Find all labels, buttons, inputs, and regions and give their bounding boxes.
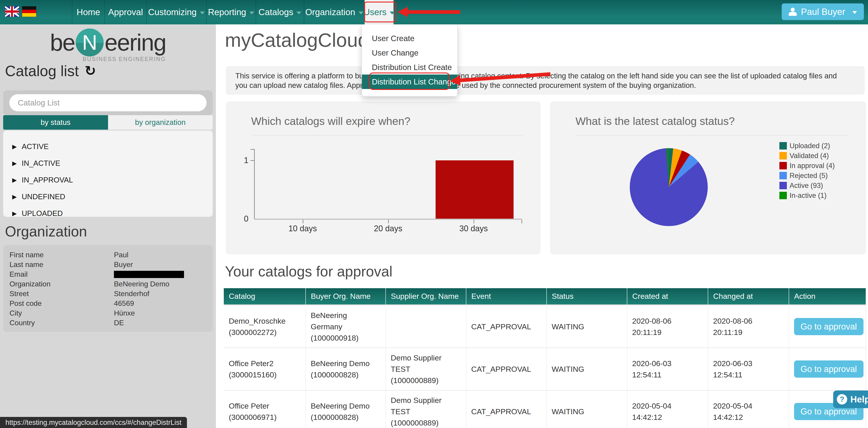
german-flag-icon[interactable] (22, 6, 36, 17)
pie-legend: Uploaded (2) Validated (4) In approval (… (779, 142, 835, 202)
cell-status: WAITING (547, 305, 627, 348)
chevron-down-icon (249, 11, 254, 14)
cell-supplier-org: Demo Supplier TEST(1000000889) (385, 348, 466, 390)
divider (576, 135, 848, 135)
col-header-created-at: Created at (627, 288, 708, 305)
nav-item-catalogs[interactable]: Catalogs (256, 0, 304, 24)
x-tick-label-20-days: 20 days (363, 224, 413, 233)
triangle-right-icon: ▶ (12, 160, 17, 166)
triangle-right-icon: ▶ (12, 210, 17, 217)
nav-item-customizing[interactable]: Customizing (146, 0, 206, 24)
cell-status: WAITING (547, 390, 627, 428)
x-axis-tick (473, 220, 474, 223)
legend-swatch-uploaded (779, 142, 787, 150)
y-tick-label-0: 0 (237, 214, 248, 224)
organization-details-panel: First namePaul Last nameBuyer Email Orga… (3, 245, 213, 332)
status-list-panel: ▶ACTIVE ▶IN_ACTIVE ▶IN_APPROVAL ▶UNDEFIN… (3, 131, 213, 217)
arrow-head-icon (397, 7, 408, 17)
y-axis (254, 149, 255, 219)
menu-item-user-change[interactable]: User Change (362, 45, 457, 60)
legend-swatch-rejected (779, 172, 787, 179)
status-chart-panel: What is the latest catalog status? Uploa… (550, 102, 866, 254)
cell-created-at: 2020-06-03 12:54:11 (627, 348, 708, 390)
cell-supplier-org (385, 305, 466, 348)
user-menu-button[interactable]: Paul Buyer (782, 3, 864, 20)
status-pie-chart (630, 148, 708, 226)
go-to-approval-button[interactable]: Go to approval (794, 318, 864, 335)
sidebar: be N eering BUSINESS ENGINEERING Catalog… (0, 24, 216, 428)
legend-item-in-active: In-active (1) (779, 192, 835, 199)
uk-flag-icon[interactable] (5, 6, 19, 17)
org-field-post-code: Post code46569 (3, 299, 213, 308)
annotation-arrow-users (397, 7, 461, 17)
y-axis-tick (250, 149, 254, 150)
help-button[interactable]: ? Help (833, 391, 868, 408)
nav-menu: Home Approval Customizing Reporting Cata… (72, 0, 394, 24)
legend-swatch-in-approval (779, 162, 787, 169)
cell-catalog: Demo_Kroschke(3000002272) (224, 305, 306, 348)
x-tick-label-10-days: 10 days (278, 224, 328, 233)
legend-swatch-validated (779, 152, 787, 160)
y-axis-tick (250, 160, 254, 161)
cell-changed-at: 2020-05-04 14:42:12 (708, 390, 789, 428)
organization-section-title: Organization (5, 223, 87, 240)
legend-item-active: Active (93) (779, 182, 835, 189)
approvals-section-title: Your catalogs for approval (225, 263, 393, 280)
logo-text-start: be (50, 29, 75, 56)
legend-item-validated: Validated (4) (779, 152, 835, 160)
legend-swatch-in-active (779, 192, 787, 199)
status-item-active[interactable]: ▶ACTIVE (3, 138, 213, 155)
nav-item-approval[interactable]: Approval (104, 0, 146, 24)
person-icon (789, 8, 797, 16)
catalog-search-input[interactable] (9, 94, 207, 111)
cell-buyer-org: BeNeering Demo(1000000828) (306, 390, 385, 428)
tab-by-status[interactable]: by status (3, 115, 108, 130)
legend-item-uploaded: Uploaded (2) (779, 142, 835, 150)
status-item-undefined[interactable]: ▶UNDEFINED (3, 188, 213, 205)
cell-supplier-org: Demo Supplier TEST(1000000889) (385, 390, 466, 428)
status-item-in-active[interactable]: ▶IN_ACTIVE (3, 155, 213, 172)
x-axis-tick (522, 220, 522, 223)
x-tick-label-30-days: 30 days (449, 224, 498, 233)
org-field-country: CountryDE (3, 318, 213, 328)
legend-item-rejected: Rejected (5) (779, 172, 835, 179)
status-item-uploaded[interactable]: ▶UPLOADED (3, 205, 213, 222)
annotation-box-distribution-list-change (369, 72, 450, 90)
col-header-event: Event (466, 288, 547, 305)
arrow-shaft (407, 10, 460, 14)
nav-item-organization[interactable]: Organization (304, 0, 364, 24)
status-item-in-approval[interactable]: ▶IN_APPROVAL (3, 172, 213, 188)
cell-created-at: 2020-05-04 14:42:12 (627, 390, 708, 428)
expiry-bar-30-days (436, 160, 514, 219)
approvals-table: Catalog Buyer Org. Name Supplier Org. Na… (224, 288, 866, 428)
cell-created-at: 2020-08-06 20:11:19 (627, 305, 708, 348)
tab-by-organization[interactable]: by organization (108, 115, 213, 130)
nav-item-reporting[interactable]: Reporting (206, 0, 256, 24)
table-header-row: Catalog Buyer Org. Name Supplier Org. Na… (224, 288, 866, 305)
catalog-search-panel (3, 90, 213, 115)
divider (251, 135, 523, 135)
org-field-last-name: Last nameBuyer (3, 260, 213, 269)
logo-tagline: BUSINESS ENGINEERING (83, 56, 166, 62)
menu-item-user-create[interactable]: User Create (362, 31, 457, 45)
cell-event: CAT_APPROVAL (466, 390, 547, 428)
catalog-list-title: Catalog list ↻ (5, 62, 96, 79)
language-flags (5, 6, 36, 17)
cell-buyer-org: BeNeering Germany(1000000918) (306, 305, 385, 348)
logo-n-icon: N (76, 29, 104, 57)
question-mark-icon: ? (837, 394, 847, 404)
expiry-chart-panel: Which catalogs will expire when? 1 0 10 … (226, 102, 540, 254)
col-header-catalog: Catalog (224, 288, 306, 305)
triangle-right-icon: ▶ (12, 144, 17, 150)
table-row: Office Peter(3000006971) BeNeering Demo(… (224, 390, 866, 428)
refresh-icon[interactable]: ↻ (85, 64, 96, 78)
user-name: Paul Buyer (801, 7, 845, 17)
cell-changed-at: 2020-06-03 12:54:11 (708, 348, 789, 390)
org-field-organization: OrganizationBeNeering Demo (3, 279, 213, 289)
redacted-email-bar (114, 271, 184, 278)
go-to-approval-button[interactable]: Go to approval (794, 360, 864, 377)
nav-item-home[interactable]: Home (72, 0, 104, 24)
org-field-street: StreetStenderhof (3, 289, 213, 299)
chevron-down-icon (296, 11, 301, 14)
cell-buyer-org: BeNeering Demo(1000000828) (306, 348, 385, 390)
